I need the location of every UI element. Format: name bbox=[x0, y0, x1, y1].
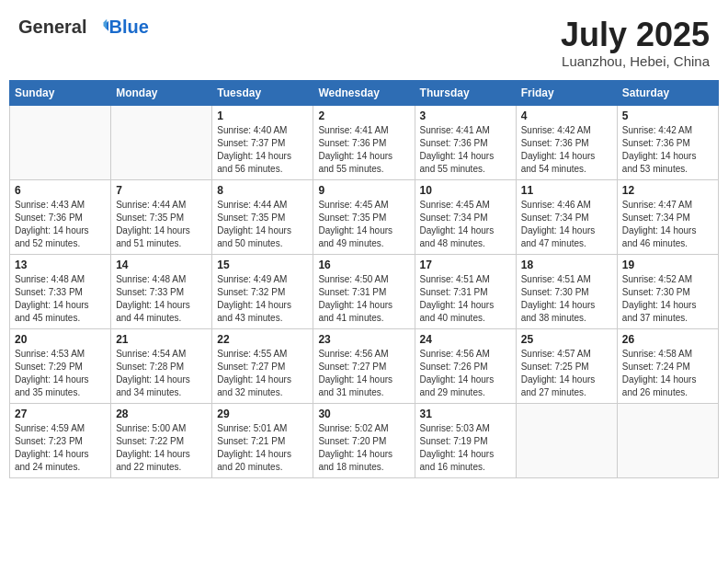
day-info: Sunrise: 4:48 AM Sunset: 7:33 PM Dayligh… bbox=[15, 273, 106, 325]
title-block: July 2025 Luanzhou, Hebei, China bbox=[561, 17, 710, 69]
day-number: 20 bbox=[15, 333, 106, 346]
day-info: Sunrise: 4:51 AM Sunset: 7:31 PM Dayligh… bbox=[420, 273, 511, 325]
calendar: Sunday Monday Tuesday Wednesday Thursday… bbox=[9, 80, 719, 478]
day-info: Sunrise: 4:51 AM Sunset: 7:30 PM Dayligh… bbox=[521, 273, 612, 325]
calendar-cell: 24Sunrise: 4:56 AM Sunset: 7:26 PM Dayli… bbox=[415, 328, 516, 403]
day-info: Sunrise: 4:55 AM Sunset: 7:27 PM Dayligh… bbox=[217, 348, 308, 399]
col-saturday: Saturday bbox=[617, 80, 718, 105]
day-number: 4 bbox=[521, 109, 612, 122]
day-number: 13 bbox=[15, 259, 106, 271]
calendar-cell: 14Sunrise: 4:48 AM Sunset: 7:33 PM Dayli… bbox=[111, 254, 212, 328]
calendar-cell: 12Sunrise: 4:47 AM Sunset: 7:34 PM Dayli… bbox=[617, 179, 718, 254]
calendar-cell: 22Sunrise: 4:55 AM Sunset: 7:27 PM Dayli… bbox=[212, 328, 313, 403]
col-sunday: Sunday bbox=[10, 80, 111, 105]
day-number: 10 bbox=[420, 184, 511, 197]
day-number: 1 bbox=[217, 109, 308, 122]
day-info: Sunrise: 4:45 AM Sunset: 7:34 PM Dayligh… bbox=[420, 199, 511, 250]
calendar-cell bbox=[111, 105, 212, 179]
day-number: 8 bbox=[217, 184, 308, 197]
day-number: 15 bbox=[217, 259, 308, 271]
week-row-4: 20Sunrise: 4:53 AM Sunset: 7:29 PM Dayli… bbox=[10, 328, 719, 403]
calendar-header-row: Sunday Monday Tuesday Wednesday Thursday… bbox=[10, 80, 719, 105]
day-info: Sunrise: 4:48 AM Sunset: 7:33 PM Dayligh… bbox=[116, 273, 207, 325]
day-info: Sunrise: 4:41 AM Sunset: 7:36 PM Dayligh… bbox=[420, 124, 511, 176]
calendar-cell: 16Sunrise: 4:50 AM Sunset: 7:31 PM Dayli… bbox=[313, 254, 415, 328]
day-info: Sunrise: 4:42 AM Sunset: 7:36 PM Dayligh… bbox=[521, 124, 612, 176]
day-info: Sunrise: 5:00 AM Sunset: 7:22 PM Dayligh… bbox=[116, 422, 207, 474]
week-row-5: 27Sunrise: 4:59 AM Sunset: 7:23 PM Dayli… bbox=[10, 403, 719, 477]
calendar-cell: 28Sunrise: 5:00 AM Sunset: 7:22 PM Dayli… bbox=[111, 403, 212, 477]
day-info: Sunrise: 4:56 AM Sunset: 7:26 PM Dayligh… bbox=[420, 348, 511, 399]
week-row-2: 6Sunrise: 4:43 AM Sunset: 7:36 PM Daylig… bbox=[10, 179, 719, 254]
calendar-cell: 26Sunrise: 4:58 AM Sunset: 7:24 PM Dayli… bbox=[617, 328, 718, 403]
day-info: Sunrise: 5:02 AM Sunset: 7:20 PM Dayligh… bbox=[318, 422, 409, 474]
calendar-cell: 8Sunrise: 4:44 AM Sunset: 7:35 PM Daylig… bbox=[212, 179, 313, 254]
day-number: 3 bbox=[420, 109, 511, 122]
day-number: 24 bbox=[420, 333, 511, 346]
calendar-cell: 25Sunrise: 4:57 AM Sunset: 7:25 PM Dayli… bbox=[516, 328, 617, 403]
calendar-cell: 5Sunrise: 4:42 AM Sunset: 7:36 PM Daylig… bbox=[617, 105, 718, 179]
calendar-cell: 13Sunrise: 4:48 AM Sunset: 7:33 PM Dayli… bbox=[10, 254, 111, 328]
page-header: General Blue July 2025 Luanzhou, Hebei, … bbox=[9, 9, 719, 73]
day-info: Sunrise: 4:59 AM Sunset: 7:23 PM Dayligh… bbox=[15, 422, 106, 474]
logo-general: General bbox=[18, 17, 86, 38]
day-info: Sunrise: 4:50 AM Sunset: 7:31 PM Dayligh… bbox=[318, 273, 409, 325]
calendar-cell bbox=[617, 403, 718, 477]
day-number: 25 bbox=[521, 333, 612, 346]
day-number: 30 bbox=[318, 408, 409, 420]
calendar-cell: 7Sunrise: 4:44 AM Sunset: 7:35 PM Daylig… bbox=[111, 179, 212, 254]
day-number: 18 bbox=[521, 259, 612, 271]
calendar-cell: 1Sunrise: 4:40 AM Sunset: 7:37 PM Daylig… bbox=[212, 105, 313, 179]
calendar-cell: 29Sunrise: 5:01 AM Sunset: 7:21 PM Dayli… bbox=[212, 403, 313, 477]
calendar-cell bbox=[10, 105, 111, 179]
day-number: 14 bbox=[116, 259, 207, 271]
logo: General Blue bbox=[18, 17, 149, 38]
calendar-cell: 15Sunrise: 4:49 AM Sunset: 7:32 PM Dayli… bbox=[212, 254, 313, 328]
day-number: 27 bbox=[15, 408, 106, 420]
col-thursday: Thursday bbox=[415, 80, 516, 105]
calendar-cell: 4Sunrise: 4:42 AM Sunset: 7:36 PM Daylig… bbox=[516, 105, 617, 179]
day-number: 17 bbox=[420, 259, 511, 271]
day-info: Sunrise: 4:54 AM Sunset: 7:28 PM Dayligh… bbox=[116, 348, 207, 399]
day-info: Sunrise: 4:53 AM Sunset: 7:29 PM Dayligh… bbox=[15, 348, 106, 399]
week-row-1: 1Sunrise: 4:40 AM Sunset: 7:37 PM Daylig… bbox=[10, 105, 719, 179]
calendar-cell: 21Sunrise: 4:54 AM Sunset: 7:28 PM Dayli… bbox=[111, 328, 212, 403]
day-info: Sunrise: 4:41 AM Sunset: 7:36 PM Dayligh… bbox=[318, 124, 409, 176]
location: Luanzhou, Hebei, China bbox=[561, 53, 710, 69]
day-info: Sunrise: 4:44 AM Sunset: 7:35 PM Dayligh… bbox=[116, 199, 207, 250]
calendar-cell: 19Sunrise: 4:52 AM Sunset: 7:30 PM Dayli… bbox=[617, 254, 718, 328]
day-number: 16 bbox=[318, 259, 409, 271]
day-info: Sunrise: 4:44 AM Sunset: 7:35 PM Dayligh… bbox=[217, 199, 308, 250]
month-title: July 2025 bbox=[561, 17, 710, 53]
calendar-cell: 20Sunrise: 4:53 AM Sunset: 7:29 PM Dayli… bbox=[10, 328, 111, 403]
day-info: Sunrise: 4:46 AM Sunset: 7:34 PM Dayligh… bbox=[521, 199, 612, 250]
week-row-3: 13Sunrise: 4:48 AM Sunset: 7:33 PM Dayli… bbox=[10, 254, 719, 328]
day-info: Sunrise: 4:47 AM Sunset: 7:34 PM Dayligh… bbox=[622, 199, 713, 250]
calendar-cell: 10Sunrise: 4:45 AM Sunset: 7:34 PM Dayli… bbox=[415, 179, 516, 254]
day-number: 22 bbox=[217, 333, 308, 346]
day-info: Sunrise: 4:56 AM Sunset: 7:27 PM Dayligh… bbox=[318, 348, 409, 399]
day-info: Sunrise: 4:42 AM Sunset: 7:36 PM Dayligh… bbox=[622, 124, 713, 176]
day-number: 6 bbox=[15, 184, 106, 197]
day-number: 26 bbox=[622, 333, 713, 346]
calendar-cell: 2Sunrise: 4:41 AM Sunset: 7:36 PM Daylig… bbox=[313, 105, 415, 179]
calendar-cell: 31Sunrise: 5:03 AM Sunset: 7:19 PM Dayli… bbox=[415, 403, 516, 477]
day-number: 5 bbox=[622, 109, 713, 122]
col-wednesday: Wednesday bbox=[313, 80, 415, 105]
col-friday: Friday bbox=[516, 80, 617, 105]
day-number: 19 bbox=[622, 259, 713, 271]
day-number: 21 bbox=[116, 333, 207, 346]
day-info: Sunrise: 4:57 AM Sunset: 7:25 PM Dayligh… bbox=[521, 348, 612, 399]
calendar-cell: 27Sunrise: 4:59 AM Sunset: 7:23 PM Dayli… bbox=[10, 403, 111, 477]
day-number: 23 bbox=[318, 333, 409, 346]
day-number: 9 bbox=[318, 184, 409, 197]
calendar-cell: 9Sunrise: 4:45 AM Sunset: 7:35 PM Daylig… bbox=[313, 179, 415, 254]
day-number: 7 bbox=[116, 184, 207, 197]
day-info: Sunrise: 4:45 AM Sunset: 7:35 PM Dayligh… bbox=[318, 199, 409, 250]
calendar-cell bbox=[516, 403, 617, 477]
day-number: 28 bbox=[116, 408, 207, 420]
calendar-cell: 23Sunrise: 4:56 AM Sunset: 7:27 PM Dayli… bbox=[313, 328, 415, 403]
day-info: Sunrise: 4:43 AM Sunset: 7:36 PM Dayligh… bbox=[15, 199, 106, 250]
logo-blue: Blue bbox=[108, 17, 148, 38]
day-number: 12 bbox=[622, 184, 713, 197]
